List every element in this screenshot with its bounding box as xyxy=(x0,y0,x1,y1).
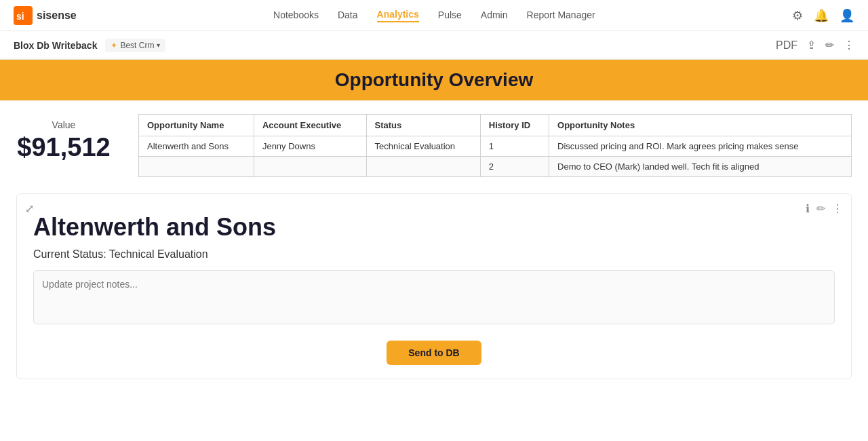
cell-status-1: Technical Evaluation xyxy=(366,136,480,157)
col-opportunity-name: Opportunity Name xyxy=(139,115,254,136)
navbar: si sisense Notebooks Data Analytics Puls… xyxy=(0,0,868,31)
table-row: Altenwerth and Sons Jenny Downs Technica… xyxy=(139,136,852,157)
cell-opportunity-name-1: Altenwerth and Sons xyxy=(139,136,254,157)
crm-dropdown-icon[interactable]: ▾ xyxy=(157,41,160,49)
main-content: Value $91,512 Opportunity Name Account E… xyxy=(0,100,868,393)
current-status: Current Status: Technical Evaluation xyxy=(33,248,835,261)
dashboard-title: Blox Db Writeback xyxy=(14,40,97,51)
svg-text:si: si xyxy=(16,11,24,22)
integrations-icon[interactable]: ⚙ xyxy=(792,8,803,23)
nav-analytics[interactable]: Analytics xyxy=(377,9,419,22)
col-status: Status xyxy=(366,115,480,136)
more-options-icon[interactable]: ⋮ xyxy=(844,39,854,52)
cell-account-executive-1: Jenny Downs xyxy=(254,136,366,157)
col-account-executive: Account Executive xyxy=(254,115,366,136)
subheader-left: Blox Db Writeback ✦ Best Crm ▾ xyxy=(14,39,165,52)
col-history-id: History ID xyxy=(480,115,549,136)
info-icon[interactable]: ℹ xyxy=(806,202,810,215)
cell-account-executive-2 xyxy=(254,157,366,177)
send-btn-wrapper: Send to DB xyxy=(33,341,835,365)
cell-opportunity-name-2 xyxy=(139,157,254,177)
top-right-icons: ℹ ✏ ⋮ xyxy=(806,202,843,215)
brand-name: sisense xyxy=(37,9,77,22)
subheader-right: PDF ⇪ ✏ ⋮ xyxy=(776,39,854,52)
col-opportunity-notes: Opportunity Notes xyxy=(549,115,852,136)
edit-icon[interactable]: ✏ xyxy=(825,39,834,52)
crm-icon: ✦ xyxy=(111,41,117,50)
crm-label: Best Crm xyxy=(120,41,154,50)
company-name: Altenwerth and Sons xyxy=(33,213,835,242)
pdf-export-icon[interactable]: PDF xyxy=(776,39,797,52)
crm-filter[interactable]: ✦ Best Crm ▾ xyxy=(105,39,165,52)
nav-pulse[interactable]: Pulse xyxy=(438,9,462,22)
notes-textarea[interactable] xyxy=(33,270,835,324)
opportunity-banner: Opportunity Overview xyxy=(0,60,868,100)
value-label: Value xyxy=(16,119,111,130)
user-avatar-icon[interactable]: 👤 xyxy=(840,8,854,23)
table-row: 2 Demo to CEO (Mark) landed well. Tech f… xyxy=(139,157,852,177)
nav-right-icons: ⚙ 🔔 👤 xyxy=(792,8,854,23)
cell-notes-1: Discussed pricing and ROI. Mark agrees p… xyxy=(549,136,852,157)
brand-logo[interactable]: si sisense xyxy=(14,6,77,25)
cell-history-id-2: 2 xyxy=(480,157,549,177)
nav-links: Notebooks Data Analytics Pulse Admin Rep… xyxy=(98,9,770,22)
subheader: Blox Db Writeback ✦ Best Crm ▾ PDF ⇪ ✏ ⋮ xyxy=(0,31,868,60)
lower-section: ⤢ ℹ ✏ ⋮ Altenwerth and Sons Current Stat… xyxy=(16,193,852,379)
value-widget: Value $91,512 xyxy=(16,114,111,162)
notifications-icon[interactable]: 🔔 xyxy=(814,8,829,23)
share-icon[interactable]: ⇪ xyxy=(807,39,816,52)
expand-icon[interactable]: ⤢ xyxy=(25,203,34,214)
main-grid: Value $91,512 Opportunity Name Account E… xyxy=(16,114,852,177)
cell-history-id-1: 1 xyxy=(480,136,549,157)
nav-admin[interactable]: Admin xyxy=(481,9,508,22)
more-widget-icon[interactable]: ⋮ xyxy=(832,202,843,215)
cell-notes-2: Demo to CEO (Mark) landed well. Tech fit… xyxy=(549,157,852,177)
opportunity-table: Opportunity Name Account Executive Statu… xyxy=(138,114,852,177)
nav-report-manager[interactable]: Report Manager xyxy=(527,9,595,22)
edit-widget-icon[interactable]: ✏ xyxy=(816,202,825,215)
nav-data[interactable]: Data xyxy=(338,9,358,22)
banner-title: Opportunity Overview xyxy=(335,69,534,91)
send-to-db-button[interactable]: Send to DB xyxy=(387,341,481,365)
cell-status-2 xyxy=(366,157,480,177)
value-amount: $91,512 xyxy=(16,133,111,162)
nav-notebooks[interactable]: Notebooks xyxy=(273,9,319,22)
expand-icon-wrapper: ⤢ xyxy=(25,202,34,215)
